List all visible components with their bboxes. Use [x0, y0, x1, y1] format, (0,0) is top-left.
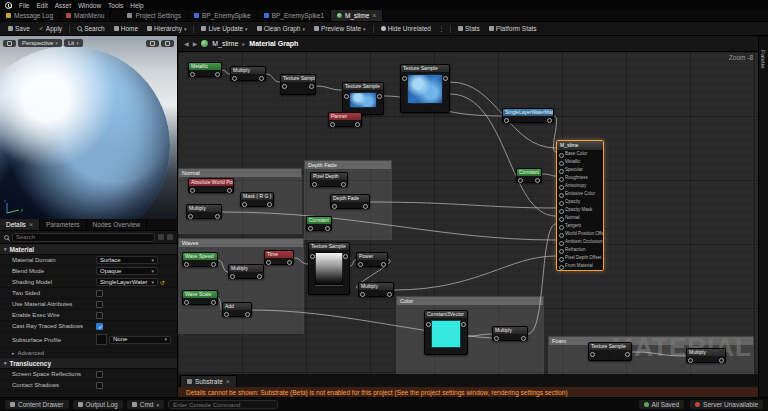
close-icon[interactable]: × — [226, 379, 230, 385]
graph-node-depth-fade[interactable]: Depth Fade — [330, 194, 370, 209]
view-mode-dropdown[interactable]: Lit▾ — [64, 39, 83, 47]
graph-node-multiply[interactable]: Multiply — [228, 264, 264, 279]
tab-bp-enemyspike[interactable]: BP_EnemySpike — [188, 10, 258, 21]
search-button[interactable]: Search — [73, 24, 109, 33]
tab-project-settings[interactable]: Project Settings — [121, 10, 188, 21]
pin-tangent[interactable]: Tangent — [557, 222, 603, 230]
shading-model-dropdown[interactable]: SingleLayerWater — [96, 278, 158, 286]
material-output-node[interactable]: M_slime Base Color Metallic Specular Rou… — [556, 140, 604, 271]
graph-node-multiply[interactable]: Multiply — [686, 348, 726, 363]
graph-node-constant[interactable]: Constant — [306, 216, 332, 231]
advanced-expander[interactable]: ▸Advanced — [0, 348, 177, 358]
reset-to-default-icon[interactable]: ↺ — [160, 279, 165, 286]
two-sided-checkbox[interactable] — [96, 290, 103, 297]
material-graph-canvas[interactable]: MATERIAL Zoom -8 Normal Depth Fade Waves… — [178, 52, 758, 374]
pin-specular[interactable]: Specular — [557, 166, 603, 174]
pin-normal[interactable]: Normal — [557, 214, 603, 222]
menu-help[interactable]: Help — [130, 2, 143, 9]
pin-pixel-depth-offset[interactable]: Pixel Depth Offset — [557, 254, 603, 262]
graph-node-texture-sample[interactable]: Texture Sample — [280, 74, 316, 95]
hide-unrelated-button[interactable]: Hide Unrelated — [377, 24, 435, 33]
graph-node-add[interactable]: Add — [222, 302, 252, 317]
kebab-menu-icon[interactable]: ⋮ — [436, 25, 447, 33]
graph-node-constant3vector[interactable]: Constant3Vector — [424, 310, 468, 355]
menu-window[interactable]: Window — [78, 2, 101, 9]
material-domain-dropdown[interactable]: Surface — [96, 256, 158, 264]
pin-opacity-mask[interactable]: Opacity Mask — [557, 206, 603, 214]
content-drawer-button[interactable]: Content Drawer — [5, 400, 69, 409]
perspective-dropdown[interactable]: Perspective▾ — [18, 39, 62, 47]
cmd-dropdown[interactable]: Cmd▾ — [127, 400, 164, 409]
pin-front-material[interactable]: Front Material — [557, 262, 603, 270]
filter-icon[interactable] — [158, 234, 164, 240]
menu-file[interactable]: File — [19, 2, 29, 9]
tab-m-slime[interactable]: M_slime × — [331, 10, 383, 21]
graph-node-multiply[interactable]: Multiply — [230, 66, 266, 81]
screen-space-reflections-checkbox[interactable] — [96, 371, 103, 378]
graph-node-texture-sample[interactable]: Texture Sample — [308, 242, 350, 295]
console-command-input[interactable] — [168, 400, 278, 409]
palette-sidebar-tab[interactable]: Palette — [758, 36, 768, 397]
breadcrumb-page[interactable]: Material Graph — [249, 40, 298, 47]
graph-node-metallic[interactable]: Metallic — [188, 62, 222, 77]
close-icon[interactable]: × — [29, 222, 33, 228]
contact-shadows-checkbox[interactable] — [96, 382, 103, 389]
graph-node-pixel-depth[interactable]: Pixel Depth — [310, 172, 348, 187]
forward-icon[interactable]: ▶ — [193, 40, 198, 47]
live-update-button[interactable]: Live Update▾ — [197, 24, 251, 33]
pin-opacity[interactable]: Opacity — [557, 198, 603, 206]
viewport-options-icon[interactable] — [161, 40, 174, 47]
home-button[interactable]: Home — [110, 24, 142, 33]
revision-control-status[interactable]: Server Unavailable — [690, 400, 763, 409]
save-status[interactable]: All Saved — [639, 400, 684, 409]
tab-mainmenu[interactable]: MainMenu — [60, 10, 111, 21]
graph-node-constant[interactable]: Constant — [516, 168, 542, 183]
subsurface-profile-thumbnail[interactable] — [96, 334, 107, 345]
pin-roughness[interactable]: Roughness — [557, 174, 603, 182]
category-material[interactable]: ▾Material — [0, 244, 177, 255]
stats-button[interactable]: Stats — [454, 24, 484, 33]
breadcrumb-asset[interactable]: M_slime — [212, 40, 238, 47]
pin-refraction[interactable]: Refraction — [557, 246, 603, 254]
pin-emissive-color[interactable]: Emissive Color — [557, 190, 603, 198]
gear-icon[interactable] — [167, 234, 173, 240]
cast-ray-traced-shadows-checkbox[interactable] — [96, 323, 103, 330]
clean-graph-button[interactable]: Clean Graph▾ — [253, 24, 309, 33]
hierarchy-button[interactable]: Hierarchy▾ — [143, 24, 190, 33]
graph-node-texture-sample[interactable]: Texture Sample — [400, 64, 450, 113]
unreal-logo-icon[interactable] — [5, 2, 12, 9]
preview-state-button[interactable]: Preview State▾ — [310, 24, 370, 33]
category-translucency[interactable]: ▾Translucency — [0, 358, 177, 369]
graph-node-time[interactable]: Time — [264, 250, 294, 265]
graph-node-panner[interactable]: Panner — [328, 112, 362, 127]
tab-nodes-overview[interactable]: Nodes Overview — [87, 219, 148, 230]
subsurface-profile-dropdown[interactable]: None — [109, 336, 171, 344]
camera-icon[interactable] — [146, 40, 159, 47]
graph-node-power[interactable]: Power — [356, 252, 388, 267]
pin-metallic[interactable]: Metallic — [557, 158, 603, 166]
output-log-button[interactable]: Output Log — [73, 400, 123, 409]
pin-base-color[interactable]: Base Color — [557, 150, 603, 158]
use-material-attributes-checkbox[interactable] — [96, 301, 103, 308]
tab-bp-enemyspike1[interactable]: BP_EnemySpike1 — [258, 10, 331, 21]
menu-asset[interactable]: Asset — [55, 2, 71, 9]
preview-viewport[interactable]: Perspective▾ Lit▾ z y — [0, 36, 177, 219]
apply-button[interactable]: ✓Apply — [35, 24, 66, 33]
graph-node-multiply[interactable]: Multiply — [186, 204, 222, 219]
platform-stats-button[interactable]: Platform Stats — [485, 24, 541, 33]
graph-node-texture-sample[interactable]: Texture Sample — [342, 82, 384, 115]
graph-node-single-layer-water[interactable]: SingleLayerWaterMaterial — [502, 108, 554, 123]
menu-edit[interactable]: Edit — [36, 2, 47, 9]
tab-message-log[interactable]: Message Log — [0, 10, 60, 21]
graph-node-multiply[interactable]: Multiply — [358, 282, 394, 297]
enable-exec-wire-checkbox[interactable] — [96, 312, 103, 319]
blend-mode-dropdown[interactable]: Opaque — [96, 267, 158, 275]
graph-node-texture-sample[interactable]: Texture Sample — [588, 342, 632, 361]
pin-anisotropy[interactable]: Anisotropy — [557, 182, 603, 190]
graph-node-wave-speed[interactable]: Wave Speed — [182, 252, 218, 267]
graph-node-multiply[interactable]: Multiply — [492, 326, 528, 341]
save-button[interactable]: Save — [4, 24, 34, 33]
graph-node-mask[interactable]: Mask ( R G ) — [240, 192, 274, 207]
pin-world-position-offset[interactable]: World Position Offset — [557, 230, 603, 238]
viewport-menu-button[interactable] — [3, 40, 16, 47]
